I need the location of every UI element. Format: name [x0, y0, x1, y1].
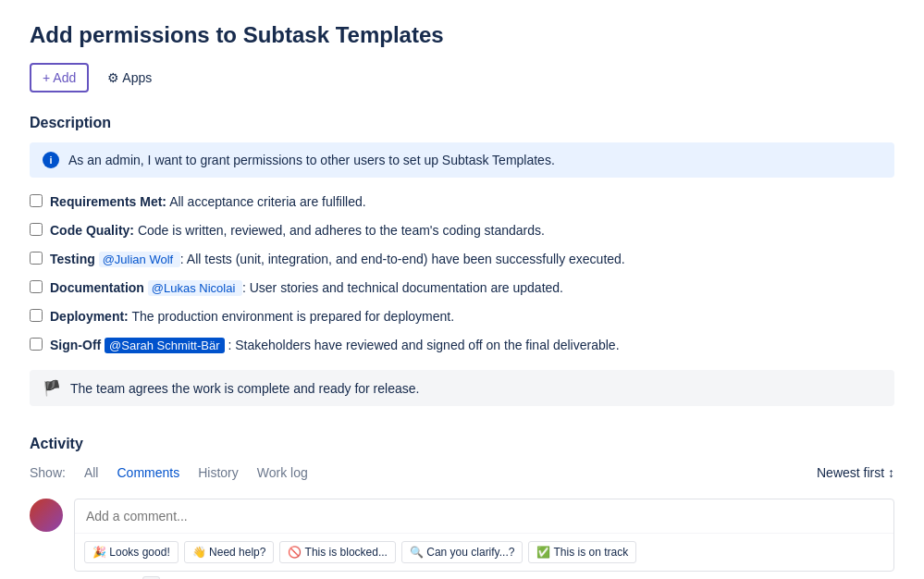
checklist-label-text: The production environment is prepared f… — [131, 309, 454, 324]
quick-action-looks-good[interactable]: 🎉 Looks good! — [84, 541, 179, 563]
description-title: Description — [30, 115, 894, 131]
info-icon: i — [43, 152, 59, 168]
info-banner-text: As an admin, I want to grant permissions… — [68, 153, 555, 167]
avatar — [30, 499, 63, 532]
checklist-checkbox[interactable] — [30, 223, 43, 236]
activity-tabs-row: Show: All Comments History Work log Newe… — [30, 462, 894, 484]
quick-action-need-help[interactable]: 👋 Need help? — [184, 541, 275, 563]
comment-box: 🎉 Looks good! 👋 Need help? 🚫 This is blo… — [74, 499, 894, 572]
checklist-label-text: All acceptance criteria are fulfilled. — [169, 194, 365, 209]
apps-button[interactable]: ⚙ Apps — [96, 65, 163, 91]
checklist-label-text: : All tests (unit, integration, and end-… — [180, 252, 625, 266]
checklist-checkbox[interactable] — [30, 280, 43, 293]
mention-tag: @Julian Wolf — [99, 252, 180, 267]
comment-quick-actions: 🎉 Looks good! 👋 Need help? 🚫 This is blo… — [75, 533, 893, 571]
checklist-checkbox[interactable] — [30, 194, 43, 207]
checklist-label-text: Code is written, reviewed, and adheres t… — [138, 223, 545, 238]
flag-icon: 🏴 — [43, 379, 61, 397]
tabs-left: Show: All Comments History Work log — [30, 462, 315, 484]
newest-first-button[interactable]: Newest first ↕ — [817, 465, 894, 480]
quick-action-clarify[interactable]: 🔍 Can you clarify...? — [401, 541, 523, 563]
checklist-checkbox[interactable] — [30, 338, 43, 351]
quick-action-blocked[interactable]: 🚫 This is blocked... — [279, 541, 395, 563]
add-button[interactable]: + Add — [30, 63, 89, 92]
tab-comments[interactable]: Comments — [109, 462, 187, 484]
checklist-text: Documentation @Lukas Nicolai : User stor… — [50, 278, 563, 298]
checklist-label-text: : Stakeholders have reviewed and signed … — [228, 338, 619, 352]
checklist-item: Requirements Met: All acceptance criteri… — [30, 192, 894, 212]
mention-tag: @Lukas Nicolai — [148, 280, 242, 296]
checklist-item: Code Quality: Code is written, reviewed,… — [30, 221, 894, 240]
description-section: Description i As an admin, I want to gra… — [30, 115, 894, 406]
checklist-label-bold: Requirements Met: — [50, 194, 166, 209]
show-label: Show: — [30, 465, 66, 480]
activity-title: Activity — [30, 436, 894, 452]
checklist-text: Requirements Met: All acceptance criteri… — [50, 192, 366, 212]
activity-section: Activity Show: All Comments History Work… — [30, 436, 894, 579]
checklist-checkbox[interactable] — [30, 309, 43, 322]
checklist-item: Testing @Julian Wolf : All tests (unit, … — [30, 250, 894, 269]
checklist-label-bold: Testing — [50, 252, 95, 266]
checklist-text: Sign-Off @Sarah Schmitt-Bär : Stakeholde… — [50, 336, 620, 355]
checklist-item: Sign-Off @Sarah Schmitt-Bär : Stakeholde… — [30, 336, 894, 355]
info-banner: i As an admin, I want to grant permissio… — [30, 142, 894, 178]
checklist-text: Testing @Julian Wolf : All tests (unit, … — [50, 250, 625, 269]
mention-highlight-tag: @Sarah Schmitt-Bär — [105, 338, 224, 353]
footer-banner-text: The team agrees the work is complete and… — [70, 381, 419, 396]
checklist-text: Code Quality: Code is written, reviewed,… — [50, 221, 545, 240]
checklist-label-bold: Documentation — [50, 280, 144, 295]
checklist-label-bold: Code Quality: — [50, 223, 134, 238]
checklist-checkbox[interactable] — [30, 252, 43, 265]
footer-banner: 🏴 The team agrees the work is complete a… — [30, 370, 894, 406]
checklist-label-bold: Sign-Off — [50, 338, 101, 352]
checklist-label-bold: Deployment: — [50, 309, 129, 324]
tab-all[interactable]: All — [77, 462, 106, 484]
comment-area: 🎉 Looks good! 👋 Need help? 🚫 This is blo… — [30, 499, 894, 572]
page-title: Add permissions to Subtask Templates — [30, 22, 894, 48]
checklist-text: Deployment: The production environment i… — [50, 307, 454, 326]
checklist: Requirements Met: All acceptance criteri… — [30, 192, 894, 355]
tab-worklog[interactable]: Work log — [250, 462, 315, 484]
tab-history[interactable]: History — [191, 462, 246, 484]
toolbar: + Add ⚙ Apps — [30, 63, 894, 92]
checklist-item: Deployment: The production environment i… — [30, 307, 894, 326]
checklist-item: Documentation @Lukas Nicolai : User stor… — [30, 278, 894, 298]
checklist-label-text: : User stories and technical documentati… — [242, 280, 563, 295]
comment-input[interactable] — [75, 499, 893, 533]
quick-action-on-track[interactable]: ✅ This is on track — [528, 541, 636, 563]
